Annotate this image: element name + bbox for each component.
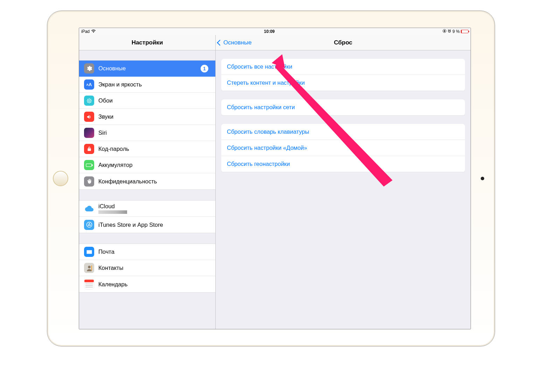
sidebar-item-label: Экран и яркость	[98, 81, 210, 88]
svg-rect-5	[92, 164, 92, 166]
svg-rect-10	[85, 284, 93, 284]
sidebar-item-icloud[interactable]: iCloud	[79, 201, 215, 217]
sidebar-item-label: Аккумулятор	[98, 162, 210, 168]
sidebar-item-privacy[interactable]: Конфиденциальность	[79, 173, 215, 189]
ipad-frame: iPad 10:09 9 % Настройки	[47, 10, 495, 346]
lock-icon	[84, 144, 94, 154]
svg-point-2	[88, 100, 90, 102]
sidebar-item-mail[interactable]: Почта	[79, 244, 215, 260]
sidebar-item-label: Почта	[98, 248, 210, 255]
badge: 1	[201, 65, 208, 72]
row-label: Стереть контент и настройки	[227, 79, 305, 86]
device-label: iPad	[81, 29, 90, 34]
reset-home-layout[interactable]: Сбросить настройки «Домой»	[221, 140, 465, 156]
sidebar-item-label: Основные	[98, 65, 201, 72]
account-email-blurred	[98, 210, 127, 214]
wallpaper-icon	[84, 96, 94, 106]
chevron-left-icon	[217, 40, 223, 46]
sidebar-item-contacts[interactable]: Контакты	[79, 260, 215, 276]
clock: 10:09	[96, 29, 443, 34]
sidebar-item-calendar[interactable]: Календарь	[79, 276, 215, 292]
reset-location-privacy[interactable]: Сбросить геонастройки	[221, 156, 465, 172]
appstore-icon	[84, 220, 94, 230]
sidebar-item-display[interactable]: AA Экран и яркость	[79, 77, 215, 93]
contacts-icon	[84, 263, 94, 273]
sidebar-item-passcode[interactable]: Код-пароль	[79, 141, 215, 157]
sidebar-item-label: iCloud	[98, 203, 210, 210]
sidebar-item-general[interactable]: Основные 1	[79, 61, 215, 77]
svg-rect-12	[85, 287, 93, 287]
svg-rect-4	[86, 163, 91, 166]
sidebar-item-wallpaper[interactable]: Обои	[79, 93, 215, 109]
settings-sidebar: Настройки Основные 1 AA Экран и яркость	[79, 35, 216, 329]
sidebar-item-itunes[interactable]: iTunes Store и App Store	[79, 217, 215, 233]
cloud-icon	[84, 203, 94, 214]
home-button[interactable]	[53, 171, 68, 186]
battery-percent: 9 %	[452, 29, 460, 34]
detail-pane: Основные Сброс Сбросить все настройки Ст…	[216, 35, 471, 329]
siri-icon	[84, 128, 94, 138]
detail-title: Сброс	[216, 39, 471, 46]
detail-navbar: Основные Сброс	[216, 35, 471, 50]
battery-icon	[461, 30, 468, 33]
status-bar: iPad 10:09 9 %	[79, 28, 471, 35]
row-label: Сбросить все настройки	[227, 63, 292, 70]
row-label: Сбросить геонастройки	[227, 161, 290, 167]
alarm-icon	[447, 29, 451, 34]
calendar-icon	[84, 279, 94, 289]
svg-rect-8	[91, 265, 92, 270]
sidebar-item-label: Конфиденциальность	[98, 178, 210, 185]
sidebar-item-label: Код-пароль	[98, 146, 210, 152]
display-icon: AA	[84, 79, 94, 90]
sidebar-item-sounds[interactable]: Звуки	[79, 109, 215, 125]
orientation-lock-icon	[443, 29, 446, 34]
sidebar-item-battery[interactable]: Аккумулятор	[79, 157, 215, 173]
battery-icon	[84, 160, 94, 170]
sidebar-item-label: Обои	[98, 97, 210, 104]
wifi-icon	[91, 29, 96, 34]
reset-network-settings[interactable]: Сбросить настройки сети	[221, 99, 465, 115]
back-button[interactable]: Основные	[216, 39, 252, 46]
row-label: Сбросить настройки «Домой»	[227, 145, 307, 151]
sidebar-navbar: Настройки	[79, 35, 215, 50]
mail-icon	[84, 247, 94, 257]
sidebar-item-label: Звуки	[98, 113, 210, 120]
reset-keyboard-dictionary[interactable]: Сбросить словарь клавиатуры	[221, 124, 465, 140]
svg-point-7	[88, 266, 91, 268]
erase-content-settings[interactable]: Стереть контент и настройки	[221, 75, 465, 91]
svg-point-3	[87, 99, 91, 103]
back-label: Основные	[223, 39, 252, 46]
sidebar-item-siri[interactable]: Siri	[79, 125, 215, 141]
sidebar-title: Настройки	[79, 39, 215, 46]
svg-rect-11	[85, 285, 93, 286]
gear-icon	[84, 63, 94, 74]
front-camera	[481, 177, 484, 180]
reset-all-settings[interactable]: Сбросить все настройки	[221, 59, 465, 75]
row-label: Сбросить словарь клавиатуры	[227, 128, 309, 135]
sidebar-item-label: Календарь	[98, 281, 210, 288]
sidebar-item-label: Siri	[98, 130, 210, 136]
screen: iPad 10:09 9 % Настройки	[79, 28, 471, 329]
sidebar-item-label: iTunes Store и App Store	[98, 222, 210, 228]
svg-rect-9	[84, 280, 94, 282]
hand-icon	[84, 176, 94, 187]
row-label: Сбросить настройки сети	[227, 104, 295, 111]
sound-icon	[84, 112, 94, 122]
sidebar-item-label: Контакты	[98, 265, 210, 271]
